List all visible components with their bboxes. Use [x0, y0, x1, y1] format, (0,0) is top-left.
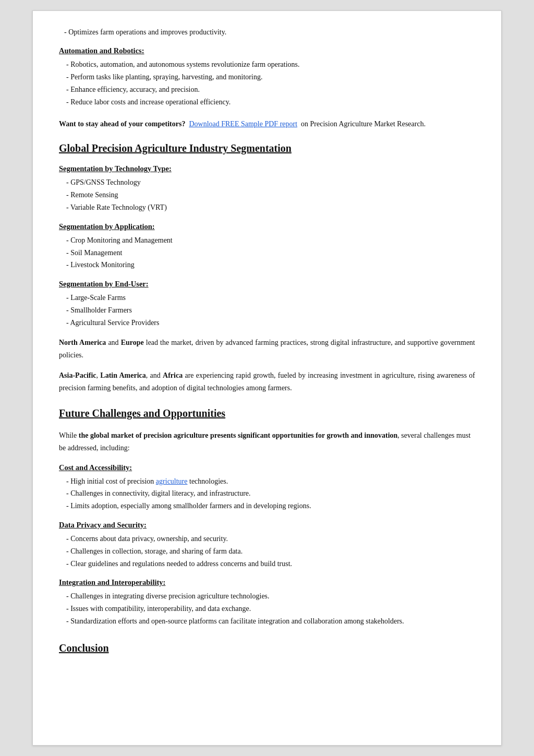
enduser-bullet-2: - Agricultural Service Providers [59, 317, 475, 329]
app-bullet-2: - Livestock Monitoring [59, 259, 475, 271]
north-america-label: North America [59, 339, 106, 346]
enduser-bullet-1: - Smallholder Farmers [59, 304, 475, 317]
privacy-bullet-0: - Concerns about data privacy, ownership… [59, 533, 475, 545]
app-bullet-1: - Soil Management [59, 247, 475, 259]
data-privacy-section: Data Privacy and Security: - Concerns ab… [59, 521, 475, 570]
challenges-bold-text: the global market of precision agricultu… [79, 431, 398, 439]
automation-bullet-3: - Reduce labor costs and increase operat… [59, 96, 475, 109]
segmentation-enduser-section: Segmentation by End-User: - Large-Scale … [59, 280, 475, 329]
tech-bullet-0: - GPS/GNSS Technology [59, 176, 475, 189]
app-bullet-0: - Crop Monitoring and Management [59, 234, 475, 247]
automation-bullet-1: - Perform tasks like planting, spraying,… [59, 71, 475, 83]
data-privacy-heading: Data Privacy and Security: [59, 521, 475, 530]
segmentation-application-heading: Segmentation by Application: [59, 222, 475, 231]
segmentation-enduser-heading: Segmentation by End-User: [59, 280, 475, 289]
segmentation-technology-heading: Segmentation by Technology Type: [59, 164, 475, 173]
regional-paragraph-1: North America and Europe lead the market… [59, 337, 475, 362]
cta-link[interactable]: Download FREE Sample PDF report [189, 120, 297, 128]
asia-pacific-label: Asia-Pacific [59, 371, 96, 379]
cta-suffix: on Precision Agriculture Market Research… [301, 120, 426, 128]
automation-bullet-2: - Enhance efficiency, accuracy, and prec… [59, 83, 475, 96]
segmentation-application-section: Segmentation by Application: - Crop Moni… [59, 222, 475, 271]
cost-bullet-2: - Limits adoption, especially among smal… [59, 500, 475, 512]
automation-section: Automation and Robotics: - Robotics, aut… [59, 46, 475, 108]
global-segmentation-title: Global Precision Agriculture Industry Se… [59, 142, 475, 155]
integration-heading: Integration and Interoperability: [59, 578, 475, 587]
cta-paragraph: Want to stay ahead of your competitors? … [59, 118, 475, 130]
africa-label: Africa [163, 371, 183, 379]
integration-bullet-2: - Standardization efforts and open-sourc… [59, 615, 475, 628]
cta-prefix: Want to stay ahead of your competitors? [59, 120, 185, 128]
agriculture-link[interactable]: agriculture [156, 477, 188, 485]
cost-section: Cost and Accessibility: - High initial c… [59, 463, 475, 512]
enduser-bullet-0: - Large-Scale Farms [59, 292, 475, 304]
automation-bullet-0: - Robotics, automation, and autonomous s… [59, 58, 475, 71]
privacy-bullet-2: - Clear guidelines and regulations neede… [59, 558, 475, 570]
segmentation-technology-section: Segmentation by Technology Type: - GPS/G… [59, 164, 475, 213]
privacy-bullet-1: - Challenges in collection, storage, and… [59, 545, 475, 558]
regional-paragraph-2: Asia-Pacific, Latin America, and Africa … [59, 369, 475, 395]
europe-label: Europe [121, 339, 144, 346]
integration-bullet-0: - Challenges in integrating diverse prec… [59, 590, 475, 603]
tech-bullet-2: - Variable Rate Technology (VRT) [59, 201, 475, 214]
integration-section: Integration and Interoperability: - Chal… [59, 578, 475, 627]
integration-bullet-1: - Issues with compatibility, interoperab… [59, 603, 475, 615]
cost-bullet-1: - Challenges in connectivity, digital li… [59, 487, 475, 500]
cost-bullet-0: - High initial cost of precision agricul… [59, 475, 475, 488]
tech-bullet-1: - Remote Sensing [59, 189, 475, 201]
latin-america-label: Latin America [100, 371, 145, 379]
conclusion-section: Conclusion [59, 642, 475, 655]
page-container: - Optimizes farm operations and improves… [32, 10, 502, 746]
challenges-intro-text: While the global market of precision agr… [59, 429, 475, 455]
automation-heading: Automation and Robotics: [59, 46, 475, 55]
intro-optimizes-bullet: - Optimizes farm operations and improves… [59, 27, 475, 38]
cost-heading: Cost and Accessibility: [59, 463, 475, 472]
conclusion-title: Conclusion [59, 642, 475, 655]
future-challenges-title: Future Challenges and Opportunities [59, 407, 475, 420]
